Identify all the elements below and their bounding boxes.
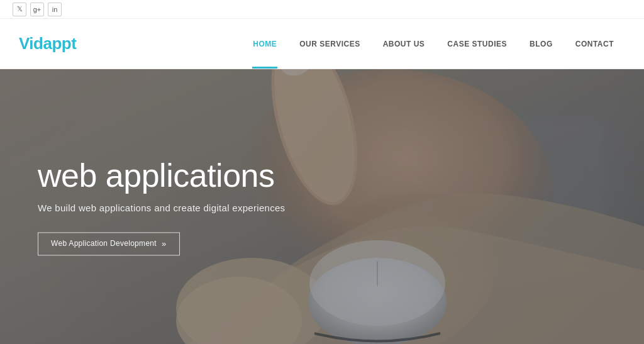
logo-suffix: appt	[43, 34, 76, 53]
nav-item-home[interactable]: HOME	[242, 19, 288, 69]
hero-cta-label: Web Application Development	[51, 240, 157, 248]
googleplus-icon[interactable]: g+	[30, 3, 44, 16]
nav-link-contact[interactable]: CONTACT	[564, 19, 625, 69]
nav-item-contact[interactable]: CONTACT	[564, 19, 625, 69]
nav-item-case-studies[interactable]: CASE STUDIES	[436, 19, 518, 69]
hero-section: web applications We build web applicatio…	[0, 69, 644, 344]
hero-cta-arrow: »	[162, 239, 167, 248]
hero-content: web applications We build web applicatio…	[38, 158, 285, 255]
nav-item-blog[interactable]: BLOG	[518, 19, 564, 69]
nav-item-services[interactable]: OUR SERVICES	[288, 19, 371, 69]
nav-link-about[interactable]: ABOUT US	[372, 19, 436, 69]
social-bar: 𝕏 g+ in	[0, 0, 644, 19]
nav-link-case-studies[interactable]: CASE STUDIES	[436, 19, 518, 69]
linkedin-icon[interactable]: in	[48, 3, 62, 16]
logo[interactable]: Vidappt	[19, 34, 76, 53]
navbar: Vidappt HOME OUR SERVICES ABOUT US CASE …	[0, 19, 644, 69]
nav-item-about[interactable]: ABOUT US	[372, 19, 436, 69]
hero-subtitle: We build web applications and create dig…	[38, 203, 285, 213]
hero-title: web applications	[38, 158, 285, 194]
nav-link-services[interactable]: OUR SERVICES	[288, 19, 371, 69]
nav-link-blog[interactable]: BLOG	[518, 19, 564, 69]
hero-cta-button[interactable]: Web Application Development »	[38, 232, 180, 255]
twitter-icon[interactable]: 𝕏	[13, 3, 26, 16]
nav-link-home[interactable]: HOME	[242, 19, 288, 69]
logo-prefix: Vid	[19, 34, 43, 53]
nav-links: HOME OUR SERVICES ABOUT US CASE STUDIES …	[242, 19, 625, 69]
